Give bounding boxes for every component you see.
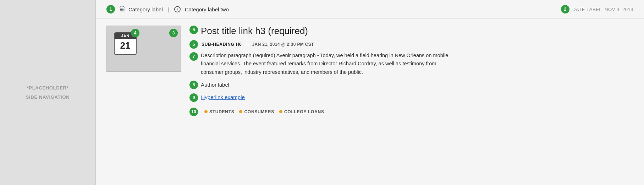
sidebar: *PLACEHOLDER* SIDE NAVIGATION [0,0,96,185]
description-row: 7 Description paragraph (required) Aveni… [189,51,633,76]
date-prefix: DATE LABEL [572,7,602,12]
badge-6: 6 [189,40,198,49]
date-value: NOV 4, 2013 [605,7,633,12]
tag-label-consumers: CONSUMERS [244,109,274,114]
badge-1: 1 [106,5,115,13]
category-label-one: Category label [128,6,163,12]
top-bar-left: 1 🏛 Category label | i Category label tw… [106,5,229,13]
main-content: 1 🏛 Category label | i Category label tw… [96,0,644,185]
badge-4: 4 [131,29,139,37]
sidebar-placeholder: *PLACEHOLDER* SIDE NAVIGATION [26,83,70,102]
post-title-row: 5 Post title link h3 (required) [189,26,633,37]
post-title[interactable]: Post title link h3 (required) [201,26,308,37]
tag-dot-students [204,110,208,113]
hyperlink-example[interactable]: Hyperlink example [201,94,244,100]
post-content: 5 Post title link h3 (required) 6 SUB-HE… [189,26,633,179]
post-area: JAN 21 4 3 5 Post title link h3 (require… [96,18,644,185]
badge-8: 8 [189,81,198,89]
tag-consumers: CONSUMERS [239,109,274,114]
badge-9: 9 [189,93,198,102]
post-thumbnail: JAN 21 4 3 [106,26,181,72]
category-label-two: Category label two [185,6,229,12]
tag-label-students: STUDENTS [209,109,234,114]
tag-label-college-loans: COLLEGE LOANS [284,109,324,114]
badge-5: 5 [189,26,198,34]
tag-students: STUDENTS [204,109,234,114]
post-description: Description paragraph (required) Avenir … [201,51,449,76]
tag-dot-consumers [239,110,242,113]
badge-2: 2 [561,5,569,13]
top-bar-right: 2 DATE LABEL NOV 4, 2013 [561,5,633,13]
badge-7: 7 [189,52,198,61]
author-label: Author label [201,82,229,88]
separator: | [168,6,169,12]
subheading-row: 6 SUB-HEADING H6 — JAN 21, 2014 @ 2:30 P… [189,40,633,49]
author-row: 8 Author label [189,81,633,89]
sub-dash: — [244,42,249,47]
calendar-day: 21 [120,40,131,51]
tag-college-loans: COLLEGE LOANS [279,109,324,114]
building-icon: 🏛 [119,6,126,13]
badge-10: 10 [189,108,198,116]
info-icon: i [174,6,181,12]
tags-row: 10 STUDENTS CONSUMERS COLLEGE LOANS [189,108,633,116]
badge-3: 3 [169,29,178,37]
hyperlink-row: 9 Hyperlink example [189,93,633,102]
top-bar: 1 🏛 Category label | i Category label tw… [96,0,644,18]
tag-dot-college-loans [279,110,282,113]
post-date: JAN 21, 2014 @ 2:30 PM CST [252,42,314,47]
sub-heading: SUB-HEADING H6 [202,42,242,47]
